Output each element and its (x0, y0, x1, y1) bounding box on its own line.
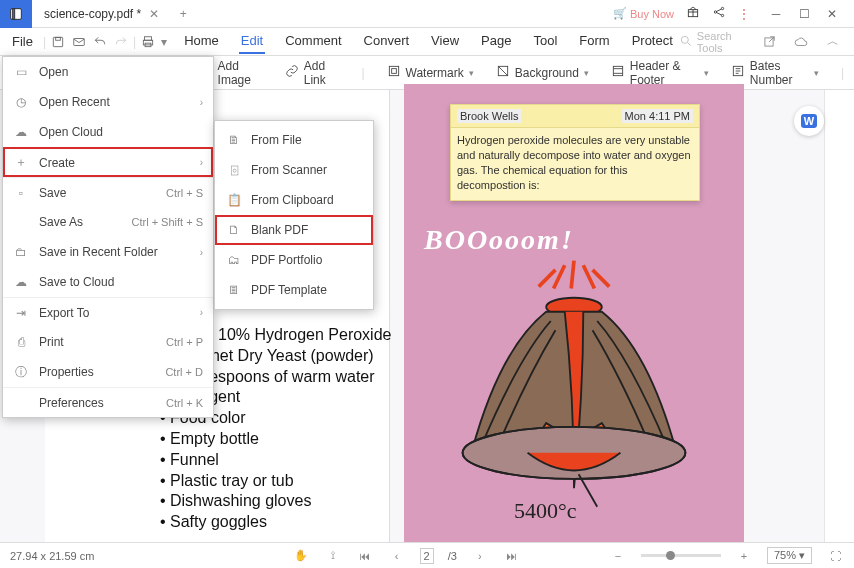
cloud-icon[interactable] (790, 31, 812, 53)
background-button[interactable]: Background▾ (496, 64, 589, 81)
clipboard-icon: 📋 (227, 193, 241, 207)
zoom-out-button[interactable]: − (609, 550, 627, 562)
sticky-note[interactable]: Brook Wells Mon 4:11 PM Hydrogen peroxid… (450, 104, 700, 201)
share-icon[interactable] (712, 5, 726, 22)
tab-home[interactable]: Home (182, 29, 221, 54)
save-icon[interactable] (48, 31, 67, 53)
watermark-button[interactable]: Watermark▾ (387, 64, 474, 81)
svg-rect-17 (391, 69, 396, 74)
print-dropdown-caret[interactable]: ▾ (159, 35, 168, 49)
menu-print[interactable]: ⎙PrintCtrl + P (3, 327, 213, 357)
portfolio-icon: 🗂 (227, 253, 241, 267)
print-icon[interactable] (138, 31, 157, 53)
tab-protect[interactable]: Protect (630, 29, 675, 54)
submenu-from-scanner[interactable]: ⌻From Scanner (215, 155, 373, 185)
watermark-label: Watermark (406, 66, 464, 80)
close-tab-icon[interactable]: ✕ (147, 7, 161, 21)
plus-icon: ＋ (13, 154, 29, 171)
tab-edit[interactable]: Edit (239, 29, 265, 54)
submenu-pdf-template[interactable]: 🗏PDF Template (215, 275, 373, 305)
search-tools[interactable]: Search Tools (679, 30, 750, 54)
menu-create[interactable]: ＋Create› (3, 147, 213, 177)
hand-tool-icon[interactable]: ✋ (292, 549, 310, 562)
add-link-label: Add Link (304, 59, 340, 87)
fullscreen-icon[interactable]: ⛶ (826, 550, 844, 562)
next-page-button[interactable]: › (471, 550, 489, 562)
header-footer-button[interactable]: Header & Footer▾ (611, 59, 709, 87)
scanner-icon: ⌻ (227, 163, 241, 177)
menu-export[interactable]: ⇥Export To› (3, 297, 213, 327)
word-export-badge[interactable]: W (794, 106, 824, 136)
menu-properties[interactable]: ⓘPropertiesCtrl + D (3, 357, 213, 387)
page-right: Brook Wells Mon 4:11 PM Hydrogen peroxid… (404, 84, 744, 564)
buy-now-button[interactable]: 🛒 Buy Now (613, 7, 674, 20)
submenu-blank-pdf[interactable]: 🗋Blank PDF (215, 215, 373, 245)
info-icon: ⓘ (13, 364, 29, 381)
document-tab[interactable]: science-copy.pdf * ✕ (36, 2, 169, 26)
tab-page[interactable]: Page (479, 29, 513, 54)
menu-save-as[interactable]: Save AsCtrl + Shift + S (3, 207, 213, 237)
redo-icon[interactable] (112, 31, 131, 53)
zoom-value[interactable]: 75% ▾ (767, 547, 812, 564)
right-sidebar (824, 90, 854, 542)
temperature-label: 5400°c (514, 498, 577, 524)
new-tab-button[interactable]: + (173, 7, 193, 21)
submenu-from-clipboard[interactable]: 📋From Clipboard (215, 185, 373, 215)
watermark-icon (387, 64, 401, 81)
svg-rect-8 (74, 38, 85, 45)
more-icon[interactable]: ⋮ (738, 7, 750, 21)
menu-row: File | | ▾ Home Edit Comment Convert Vie… (0, 28, 854, 56)
minimize-button[interactable]: ─ (762, 4, 790, 24)
chevron-right-icon: › (200, 157, 203, 168)
maximize-button[interactable]: ☐ (790, 4, 818, 24)
page-input[interactable]: 2 (420, 548, 434, 564)
add-link-button[interactable]: Add Link (285, 59, 340, 87)
gift-icon[interactable] (686, 5, 700, 22)
menu-open-cloud[interactable]: ☁Open Cloud (3, 117, 213, 147)
note-time: Mon 4:11 PM (622, 109, 693, 123)
undo-icon[interactable] (91, 31, 110, 53)
shortcut: Ctrl + Shift + S (131, 216, 203, 228)
mail-icon[interactable] (69, 31, 88, 53)
note-author: Brook Wells (457, 109, 521, 123)
submenu-label: From File (251, 133, 302, 147)
submenu-pdf-portfolio[interactable]: 🗂PDF Portfolio (215, 245, 373, 275)
app-icon (0, 0, 32, 28)
zoom-slider[interactable] (641, 554, 721, 557)
note-body[interactable]: Hydrogen peroxide molecules are very uns… (451, 128, 699, 200)
file-menu-button[interactable]: File (4, 30, 41, 53)
menu-preferences[interactable]: PreferencesCtrl + K (3, 387, 213, 417)
tab-comment[interactable]: Comment (283, 29, 343, 54)
svg-point-3 (714, 11, 716, 13)
zoom-in-button[interactable]: + (735, 550, 753, 562)
last-page-button[interactable]: ⏭ (503, 550, 521, 562)
tab-convert[interactable]: Convert (362, 29, 412, 54)
tab-view[interactable]: View (429, 29, 461, 54)
folder-icon: 🗀 (13, 245, 29, 259)
blank-icon: 🗋 (227, 223, 241, 237)
submenu-label: PDF Portfolio (251, 253, 322, 267)
menu-open[interactable]: ▭Open (3, 57, 213, 87)
submenu-from-file[interactable]: 🗎From File (215, 125, 373, 155)
menu-label: Save As (39, 215, 121, 229)
bates-icon (731, 64, 745, 81)
svg-rect-6 (53, 37, 62, 46)
svg-point-4 (721, 7, 723, 9)
chevron-up-icon[interactable]: ︿ (822, 31, 844, 53)
menu-save[interactable]: ▫SaveCtrl + S (3, 177, 213, 207)
open-external-icon[interactable] (758, 31, 780, 53)
close-window-button[interactable]: ✕ (818, 4, 846, 24)
menu-open-recent[interactable]: ◷Open Recent› (3, 87, 213, 117)
prev-page-button[interactable]: ‹ (388, 550, 406, 562)
search-placeholder: Search Tools (697, 30, 750, 54)
first-page-button[interactable]: ⏮ (356, 550, 374, 562)
menu-save-cloud[interactable]: ☁Save to Cloud (3, 267, 213, 297)
menu-save-recent-folder[interactable]: 🗀Save in Recent Folder› (3, 237, 213, 267)
bates-number-button[interactable]: Bates Number▾ (731, 59, 819, 87)
tab-form[interactable]: Form (577, 29, 611, 54)
clock-icon: ◷ (13, 95, 29, 109)
select-tool-icon[interactable]: ⟟ (324, 549, 342, 562)
tab-tool[interactable]: Tool (531, 29, 559, 54)
buy-now-label: Buy Now (630, 8, 674, 20)
zoom-thumb[interactable] (666, 551, 675, 560)
